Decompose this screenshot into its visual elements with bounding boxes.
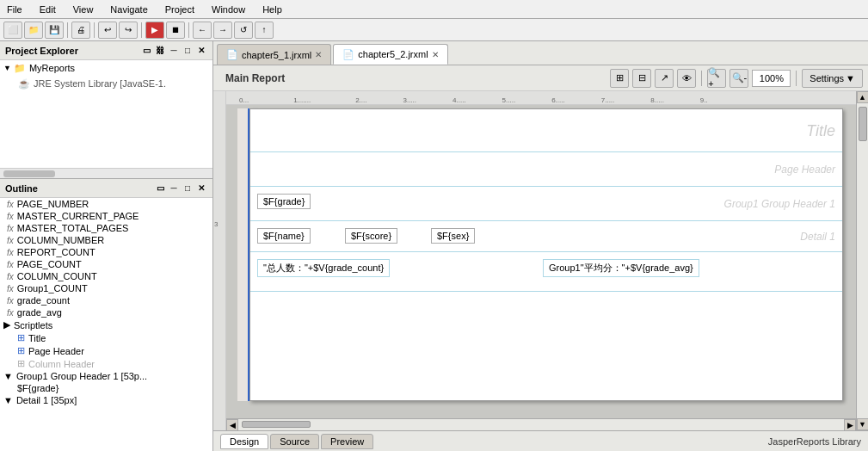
zoom-in-btn[interactable]: 🔍+ bbox=[707, 69, 726, 88]
forward-button[interactable]: → bbox=[213, 22, 232, 39]
scroll-thumb[interactable] bbox=[3, 170, 55, 177]
undo-button[interactable]: ↩ bbox=[98, 22, 117, 39]
outline-collapse-icon[interactable]: ▭ bbox=[154, 182, 166, 195]
fx-report-count[interactable]: fxREPORT_COUNT bbox=[0, 246, 212, 258]
tab-close-chapter2[interactable]: ✕ bbox=[432, 50, 439, 59]
layout-btn[interactable]: ⊟ bbox=[632, 69, 651, 88]
maximize-icon[interactable]: □ bbox=[182, 45, 194, 57]
minimize-icon[interactable]: ─ bbox=[168, 45, 180, 57]
separator bbox=[67, 22, 68, 38]
tab-preview[interactable]: Preview bbox=[321, 434, 373, 449]
open-button[interactable]: 📁 bbox=[24, 22, 43, 39]
canvas-area: Title Page Header $F{grade} bbox=[226, 105, 856, 418]
fx-grade-count[interactable]: fxgrade_count bbox=[0, 294, 212, 306]
back-button[interactable]: ← bbox=[193, 22, 212, 39]
stop-button[interactable]: ⏹ bbox=[166, 22, 185, 39]
menu-help[interactable]: Help bbox=[259, 3, 286, 16]
hscroll-right[interactable]: ▶ bbox=[844, 419, 856, 431]
fx-column-count[interactable]: fxCOLUMN_COUNT bbox=[0, 270, 212, 282]
folder-grade[interactable]: $F{grade} bbox=[0, 382, 212, 394]
sep2 bbox=[796, 71, 797, 86]
score-field[interactable]: $F{score} bbox=[345, 228, 397, 244]
tree-item-myreports[interactable]: ▼ 📁 MyReports bbox=[0, 60, 212, 76]
score-field-text: $F{score} bbox=[351, 231, 391, 241]
fx-grade-avg[interactable]: fxgrade_avg bbox=[0, 306, 212, 318]
right-area: 📄 chapter5_1.jrxml ✕ 📄 chapter5_2.jrxml … bbox=[213, 41, 868, 451]
expand-arrow-scriptlets: ▶ bbox=[3, 319, 10, 331]
folder-scriptlets[interactable]: ▶ Scriptlets bbox=[0, 318, 212, 331]
hscroll-track[interactable] bbox=[238, 419, 844, 430]
footer-right-field[interactable]: Group1"平均分："+$V{grade_avg} bbox=[543, 259, 699, 277]
vscroll-track[interactable] bbox=[857, 103, 868, 418]
vscroll-down[interactable]: ▼ bbox=[857, 418, 869, 430]
tab-design[interactable]: Design bbox=[220, 434, 268, 449]
panel-header-icons: ▭ ⛓ ─ □ ✕ bbox=[140, 45, 207, 57]
ruler-left: 3 bbox=[213, 91, 226, 430]
menu-file[interactable]: File bbox=[3, 3, 26, 16]
folder-detail[interactable]: ▼ Detail 1 [35px] bbox=[0, 394, 212, 406]
refresh-button[interactable]: ↺ bbox=[234, 22, 253, 39]
tab-chapter2[interactable]: 📄 chapter5_2.jrxml ✕ bbox=[333, 44, 447, 65]
hscroll-left[interactable]: ◀ bbox=[226, 419, 238, 431]
fx-master-current[interactable]: fxMASTER_CURRENT_PAGE bbox=[0, 210, 212, 222]
menu-view[interactable]: View bbox=[70, 3, 97, 16]
tree-item-jre[interactable]: ☕ JRE System Library [JavaSE-1. bbox=[0, 76, 212, 91]
run-button[interactable]: ▶ bbox=[145, 22, 164, 39]
settings-button[interactable]: Settings ▼ bbox=[802, 69, 863, 88]
menu-edit[interactable]: Edit bbox=[36, 3, 59, 16]
outline-minimize-icon[interactable]: ─ bbox=[168, 182, 180, 195]
fx-page-number[interactable]: fxPAGE_NUMBER bbox=[0, 198, 212, 210]
title-label: Title bbox=[806, 121, 835, 139]
horizontal-scrollbar[interactable]: ◀ ▶ bbox=[226, 418, 856, 430]
menu-navigate[interactable]: Navigate bbox=[107, 3, 151, 16]
redo-button[interactable]: ↪ bbox=[119, 22, 138, 39]
close-icon[interactable]: ✕ bbox=[195, 45, 207, 57]
name-field[interactable]: $F{name} bbox=[257, 228, 311, 244]
folder-pageheader[interactable]: ⊞ Page Header bbox=[0, 344, 212, 357]
outline-close-icon[interactable]: ✕ bbox=[195, 182, 207, 195]
fx-column-number[interactable]: fxCOLUMN_NUMBER bbox=[0, 234, 212, 246]
tab-close-chapter1[interactable]: ✕ bbox=[315, 50, 322, 59]
vscroll-thumb[interactable] bbox=[859, 107, 867, 141]
sex-field[interactable]: $F{sex} bbox=[431, 228, 475, 244]
fx-group1-count[interactable]: fxGroup1_COUNT bbox=[0, 282, 212, 294]
footer-right-text: "平均分："+$V{grade_avg} bbox=[581, 263, 693, 273]
vertical-scrollbar[interactable]: ▲ ▼ bbox=[856, 91, 868, 430]
vscroll-up[interactable]: ▲ bbox=[857, 91, 869, 103]
footer-left-field[interactable]: "总人数："+$V{grade_count} bbox=[257, 259, 390, 277]
outline-header: Outline ▭ ─ □ ✕ bbox=[0, 179, 212, 198]
fx-page-count[interactable]: fxPAGE_COUNT bbox=[0, 258, 212, 270]
grade-field[interactable]: $F{grade} bbox=[257, 194, 311, 209]
new-button[interactable]: ⬜ bbox=[3, 22, 22, 39]
sep bbox=[701, 71, 702, 86]
toolbar: ⬜ 📁 💾 🖨 ↩ ↪ ▶ ⏹ ← → ↺ ↑ bbox=[0, 19, 868, 41]
project-icon: 📁 bbox=[13, 61, 27, 75]
grade-field-text: $F{grade} bbox=[263, 196, 305, 207]
outline-maximize-icon[interactable]: □ bbox=[182, 182, 194, 195]
expand-arrow-group1: ▼ bbox=[3, 371, 13, 381]
save-button[interactable]: 💾 bbox=[45, 22, 64, 39]
link-icon[interactable]: ⛓ bbox=[154, 45, 166, 57]
up-button[interactable]: ↑ bbox=[255, 22, 274, 39]
menu-window[interactable]: Window bbox=[208, 3, 249, 16]
folder-columnheader[interactable]: ⊞ Column Header bbox=[0, 357, 212, 370]
settings-label: Settings bbox=[810, 73, 844, 83]
collapse-icon[interactable]: ▭ bbox=[140, 45, 152, 57]
horizontal-scrollbar[interactable] bbox=[0, 168, 212, 178]
ruler-7: 7..... bbox=[601, 96, 615, 104]
folder-group1header[interactable]: ▼ Group1 Group Header 1 [53p... bbox=[0, 370, 212, 382]
export-btn[interactable]: ↗ bbox=[655, 69, 674, 88]
print-button[interactable]: 🖨 bbox=[71, 22, 90, 39]
grid-btn[interactable]: ⊞ bbox=[610, 69, 629, 88]
folder-title[interactable]: ⊞ Title bbox=[0, 331, 212, 344]
ruler-mark-3: 3 bbox=[214, 220, 218, 228]
groupheader-label: Group1 Group Header 1 bbox=[724, 198, 835, 210]
tab-source[interactable]: Source bbox=[270, 434, 319, 449]
hscroll-thumb[interactable] bbox=[242, 421, 311, 428]
preview-btn[interactable]: 👁 bbox=[677, 69, 696, 88]
tab-chapter1[interactable]: 📄 chapter5_1.jrxml ✕ bbox=[217, 44, 331, 65]
zoom-input[interactable]: 100% bbox=[752, 70, 791, 87]
fx-master-total[interactable]: fxMASTER_TOTAL_PAGES bbox=[0, 222, 212, 234]
zoom-out-btn[interactable]: 🔍- bbox=[729, 69, 748, 88]
menu-project[interactable]: Project bbox=[162, 3, 198, 16]
